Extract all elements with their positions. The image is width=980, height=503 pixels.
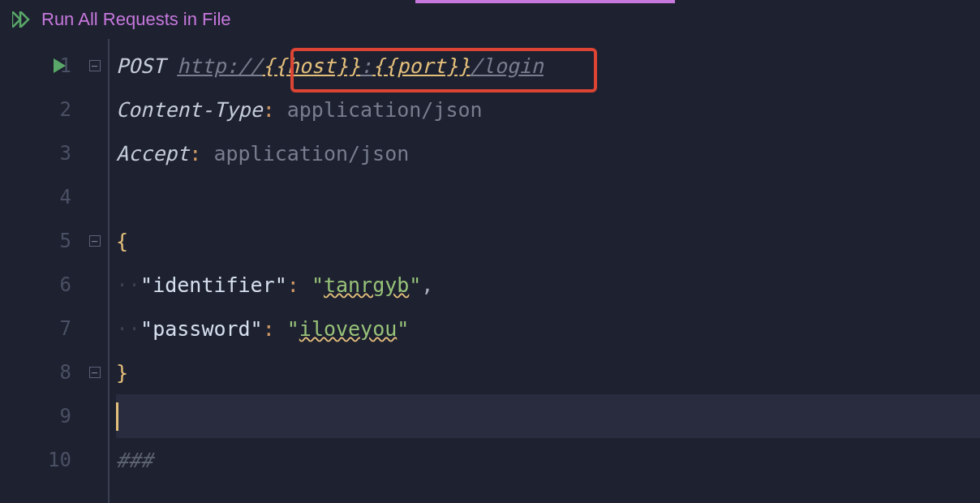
json-value: tanrgyb: [324, 273, 409, 297]
line-number: 5: [43, 230, 71, 252]
toolbar: Run All Requests in File: [0, 0, 980, 39]
fold-toggle-icon[interactable]: −: [89, 60, 101, 71]
line-number: 2: [43, 98, 71, 121]
run-all-icon[interactable]: [12, 11, 33, 28]
line-gutter: 1 2 3 4 5 6 7 8 9 10: [0, 39, 81, 503]
line-number: 8: [43, 361, 71, 384]
url-path: /login: [471, 54, 544, 78]
code-line-request: POST http://{{host}}:{{port}}/login: [116, 44, 980, 88]
http-method: POST: [116, 54, 165, 78]
code-line-json: ··"password": "iloveyou": [116, 307, 980, 350]
header-name: Content-Type: [116, 98, 263, 122]
line-number: 7: [43, 317, 71, 340]
json-key: password: [153, 317, 250, 341]
request-separator: ###: [116, 449, 153, 472]
line-number: 6: [43, 273, 71, 296]
line-number: 3: [43, 142, 71, 165]
header-value: application/json: [287, 98, 483, 122]
fold-toggle-icon[interactable]: −: [89, 235, 101, 247]
editor: 1 2 3 4 5 6 7 8 9 10 − − − POST http://{…: [0, 39, 980, 503]
code-line-brace: {: [116, 219, 980, 263]
text-cursor: [116, 402, 118, 431]
tab-indicator: [415, 0, 675, 3]
url-scheme: http://: [177, 54, 262, 78]
fold-end-icon[interactable]: −: [89, 367, 101, 378]
json-comma: ,: [421, 273, 433, 297]
line-number: 10: [43, 449, 71, 471]
code-line-brace: }: [116, 350, 980, 394]
url-variable-host: {{host}}: [263, 54, 360, 78]
json-open-brace: {: [116, 230, 128, 253]
run-request-icon[interactable]: [54, 58, 67, 73]
json-key: identifier: [153, 273, 275, 297]
line-number: 9: [43, 405, 71, 428]
code-line-header: Accept: application/json: [116, 131, 980, 175]
code-line-separator: ###: [116, 438, 980, 482]
fold-gutter: − − −: [81, 39, 110, 503]
header-name: Accept: [116, 142, 189, 166]
code-line-active: [116, 394, 980, 438]
code-line-blank: [116, 175, 980, 219]
run-all-label[interactable]: Run All Requests in File: [41, 9, 231, 30]
code-line-header: Content-Type: application/json: [116, 88, 980, 131]
header-value: application/json: [213, 142, 409, 166]
json-value: iloveyou: [299, 317, 397, 341]
url-sep: :: [360, 54, 372, 78]
code-line-json: ··"identifier": "tanrgyb",: [116, 263, 980, 307]
json-close-brace: }: [116, 361, 128, 385]
line-number: 4: [43, 186, 71, 209]
url-variable-port: {{port}}: [372, 54, 470, 78]
code-area[interactable]: POST http://{{host}}:{{port}}/login Cont…: [110, 39, 980, 503]
